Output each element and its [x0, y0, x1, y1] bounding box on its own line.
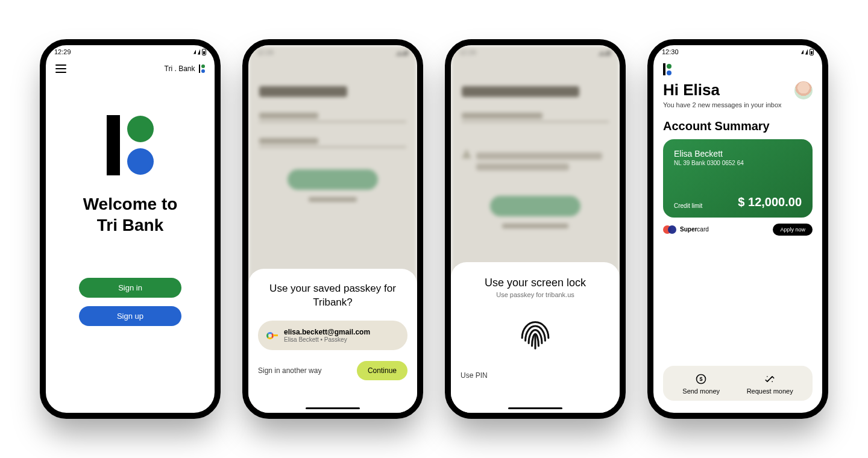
phone-passkey-select: 12:29◢◢▮ Use your saved passkey for Trib… [242, 39, 423, 419]
supercard-label: Supercard [680, 226, 709, 233]
account-card[interactable]: Elisa Beckett NL 39 Bank 0300 0652 64 Cr… [663, 139, 813, 218]
account-number: NL 39 Bank 0300 0652 64 [674, 160, 802, 166]
status-bar: 12:29 [46, 45, 215, 58]
use-pin-link[interactable]: Use PIN [461, 371, 488, 380]
apply-now-button[interactable]: Apply now [773, 224, 813, 236]
sign-in-another-way-link[interactable]: Sign in another way [258, 366, 321, 375]
request-money-button[interactable]: Request money [747, 373, 793, 395]
send-money-icon: $ [695, 373, 707, 385]
account-holder-name: Elisa Beckett [674, 149, 802, 158]
fingerprint-icon[interactable] [514, 312, 556, 354]
svg-text:$: $ [700, 376, 703, 382]
brand-name: Tri . Bank [165, 64, 195, 73]
passkey-account-item[interactable]: elisa.beckett@gmail.com Elisa Beckett • … [258, 321, 407, 350]
money-actions-bar: $ Send money Request money [663, 366, 813, 401]
continue-button[interactable]: Continue [357, 361, 407, 380]
menu-icon[interactable] [55, 64, 66, 73]
send-money-button[interactable]: $ Send money [682, 373, 720, 395]
phone-account-summary: 12:30 Hi Elisa You have 2 new messages i… [647, 39, 828, 419]
brand-label: Tri . Bank [165, 64, 205, 73]
inbox-message[interactable]: You have 2 new messages in your inbox [663, 101, 782, 108]
request-money-icon [764, 373, 776, 385]
screen-lock-title: Use your screen lock [461, 275, 610, 290]
status-time: 12:30 [662, 48, 679, 55]
tribank-logo-icon [663, 63, 813, 75]
screen-lock-sheet: Use your screen lock Use passkey for tri… [451, 262, 620, 413]
welcome-title: Welcome to Tri Bank [46, 193, 215, 236]
passkey-subtitle: Elisa Beckett • Passkey [284, 336, 370, 343]
passkey-sheet-title: Use your saved passkey for Tribank? [258, 282, 407, 310]
greeting: Hi Elisa [663, 81, 782, 99]
tribank-logo-icon [199, 64, 206, 73]
home-indicator[interactable] [306, 407, 360, 409]
passkey-provider-icon [266, 332, 278, 339]
supercard-brand: Supercard [663, 225, 709, 234]
status-bar: 12:30 [653, 45, 822, 58]
passkey-email: elisa.beckett@gmail.com [284, 328, 370, 336]
status-time: 12:29 [54, 48, 71, 55]
status-icons [801, 49, 814, 55]
tribank-logo-large-icon [107, 115, 154, 175]
sign-in-button[interactable]: Sign in [79, 278, 181, 298]
status-icons [193, 49, 206, 55]
home-indicator[interactable] [508, 407, 562, 409]
phone-welcome: 12:29 Tri . Bank [40, 39, 221, 419]
passkey-sheet: Use your saved passkey for Tribank? elis… [248, 269, 417, 413]
mastercard-icon [663, 225, 676, 234]
sign-up-button[interactable]: Sign up [79, 306, 181, 326]
credit-limit-label: Credit limit [674, 202, 702, 209]
credit-limit-amount: $ 12,000.00 [738, 195, 802, 209]
screen-lock-subtitle: Use passkey for tribank.us [461, 291, 610, 298]
account-summary-title: Account Summary [653, 108, 822, 139]
phone-screen-lock: 12:29◢◢▮ Use your screen lock Use pass [445, 39, 626, 419]
avatar[interactable] [794, 81, 813, 99]
